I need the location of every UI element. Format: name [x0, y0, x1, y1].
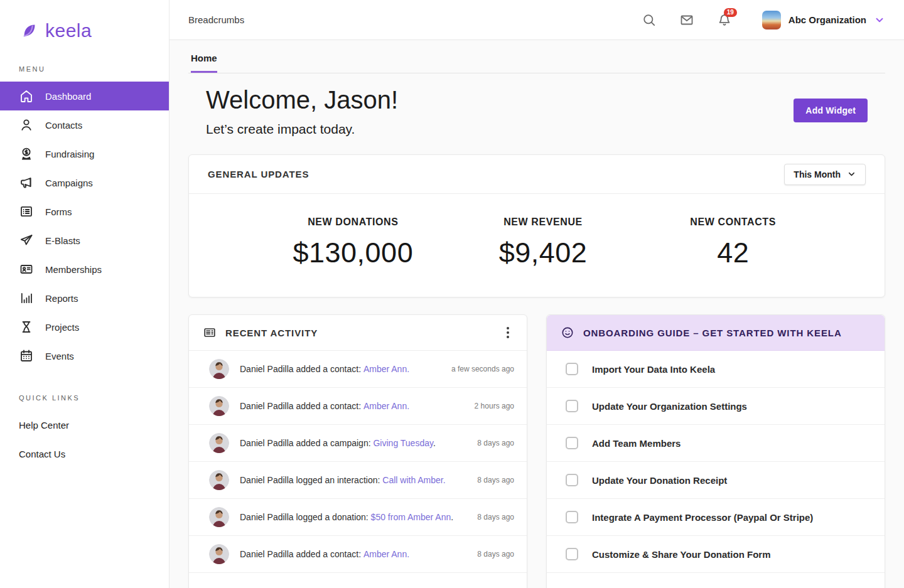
onboarding-task[interactable]: Customize & Share Your Donation Form — [547, 536, 885, 573]
activity-link[interactable]: Giving Tuesday — [373, 438, 433, 448]
user-avatar — [209, 433, 229, 453]
user-avatar — [209, 470, 229, 490]
onboarding-task[interactable]: Update Your Organization Settings — [547, 388, 885, 425]
sidebar-item[interactable]: E-Blasts — [0, 226, 169, 255]
sidebar-item[interactable]: Reports — [0, 284, 169, 313]
calendar-icon — [19, 348, 34, 363]
brand-name: keela — [45, 20, 92, 41]
onboarding-task-list: Import Your Data Into Keela Update Your … — [547, 351, 885, 573]
sidebar-item[interactable]: Projects — [0, 313, 169, 341]
user-avatar — [209, 396, 229, 416]
form-list-icon — [19, 204, 34, 219]
welcome-subtitle: Let’s create impact today. — [206, 122, 398, 137]
onboarding-title: ONBOARDING GUIDE – GET STARTED WITH KEEL… — [583, 328, 842, 338]
activity-timestamp: 8 days ago — [477, 550, 514, 559]
activity-row: Daniel Padilla added a campaign: Giving … — [189, 425, 527, 462]
stat-label: NEW DONATIONS — [258, 216, 448, 228]
task-checkbox[interactable] — [566, 437, 578, 449]
activity-suffix: . — [433, 438, 436, 448]
onboarding-guide-card: ONBOARDING GUIDE – GET STARTED WITH KEEL… — [546, 314, 885, 588]
period-value: This Month — [794, 169, 841, 179]
onboarding-task[interactable]: Import Your Data Into Keela — [547, 351, 885, 388]
stat-value: $130,000 — [258, 237, 448, 269]
quick-link[interactable]: Help Center — [0, 410, 169, 439]
stat: NEW CONTACTS 42 — [638, 216, 828, 269]
chevron-down-icon — [847, 169, 856, 179]
task-checkbox[interactable] — [566, 400, 578, 412]
mail-icon[interactable] — [679, 13, 694, 28]
stat: NEW REVENUE $9,402 — [448, 216, 638, 269]
hourglass-icon — [19, 319, 34, 334]
activity-row: Daniel Padilla added a contact: Amber An… — [189, 388, 527, 425]
stat-label: NEW REVENUE — [448, 216, 638, 228]
megaphone-icon — [19, 175, 34, 190]
general-updates-card: GENERAL UPDATES This Month NEW DONATIONS… — [188, 154, 885, 297]
activity-timestamp: a few seconds ago — [451, 365, 514, 373]
activity-actor-text: Daniel Padilla added a contact: — [240, 401, 361, 411]
notification-badge: 19 — [724, 8, 737, 17]
activity-link[interactable]: Amber Ann. — [363, 401, 409, 411]
activity-timestamp: 8 days ago — [477, 513, 514, 521]
task-checkbox[interactable] — [566, 474, 578, 486]
user-avatar — [209, 359, 229, 379]
activity-actor-text: Daniel Padilla logged an interaction: — [240, 475, 380, 485]
activity-row: Daniel Padilla added a contact: Amber An… — [189, 536, 527, 573]
quick-links-section-label: QUICK LINKS — [0, 394, 169, 402]
donation-icon — [19, 146, 34, 161]
activity-suffix: . — [451, 512, 453, 522]
task-checkbox[interactable] — [566, 511, 578, 523]
organization-avatar — [762, 11, 781, 29]
onboarding-task[interactable]: Integrate A Payment Processor (Paypal Or… — [547, 499, 885, 536]
smiley-icon — [561, 326, 574, 339]
id-card-icon — [19, 262, 34, 277]
activity-link[interactable]: $50 from Amber Ann — [371, 512, 451, 522]
sidebar-item[interactable]: Contacts — [0, 110, 169, 139]
sidebar-item[interactable]: Campaigns — [0, 168, 169, 197]
activity-actor-text: Daniel Padilla logged a donation: — [240, 512, 369, 522]
quick-links: Help Center Contact Us — [0, 410, 169, 468]
menu-section-label: MENU — [0, 65, 169, 73]
user-avatar — [209, 507, 229, 527]
activity-row: Daniel Padilla logged a donation: $50 fr… — [189, 499, 527, 536]
recent-activity-title: RECENT ACTIVITY — [225, 328, 318, 338]
stat-label: NEW CONTACTS — [638, 216, 828, 228]
search-icon[interactable] — [642, 13, 657, 28]
sidebar-item[interactable]: Events — [0, 341, 169, 370]
topbar: Breadcrumbs 19 Abc Organization — [170, 0, 904, 40]
activity-timestamp: 8 days ago — [477, 439, 514, 447]
activity-link[interactable]: Amber Ann. — [363, 364, 409, 374]
notifications-bell-icon[interactable]: 19 — [717, 13, 732, 28]
chevron-down-icon — [874, 14, 885, 26]
home-icon — [19, 88, 34, 104]
user-avatar — [209, 544, 229, 564]
stats-row: NEW DONATIONS $130,000 NEW REVENUE $9,40… — [189, 194, 885, 297]
general-updates-title: GENERAL UPDATES — [208, 169, 309, 179]
sidebar: keela MENU Dashboard Contacts Fundraisin… — [0, 0, 170, 588]
activity-timestamp: 2 hours ago — [475, 402, 514, 410]
period-dropdown[interactable]: This Month — [784, 164, 866, 185]
paper-plane-icon — [19, 233, 34, 248]
quick-link[interactable]: Contact Us — [0, 439, 169, 468]
brand-logo[interactable]: keela — [0, 0, 169, 41]
task-checkbox[interactable] — [566, 363, 578, 375]
breadcrumb: Breadcrumbs — [188, 14, 244, 25]
kebab-menu-icon[interactable] — [503, 324, 513, 341]
activity-link[interactable]: Amber Ann. — [363, 549, 409, 559]
bar-chart-icon — [19, 291, 34, 306]
onboarding-task[interactable]: Add Team Members — [547, 425, 885, 462]
activity-actor-text: Daniel Padilla added a contact: — [240, 364, 361, 374]
stat-value: 42 — [638, 237, 828, 269]
onboarding-task[interactable]: Update Your Donation Receipt — [547, 462, 885, 499]
sidebar-item[interactable]: Forms — [0, 197, 169, 226]
activity-actor-text: Daniel Padilla added a contact: — [240, 549, 361, 559]
sidebar-item[interactable]: Memberships — [0, 255, 169, 284]
organization-switcher[interactable]: Abc Organization — [762, 11, 885, 29]
activity-link[interactable]: Call with Amber. — [382, 475, 445, 485]
task-checkbox[interactable] — [566, 548, 578, 560]
tab-home[interactable]: Home — [191, 53, 217, 73]
sidebar-item[interactable]: Fundraising — [0, 139, 169, 168]
sidebar-item[interactable]: Dashboard — [0, 82, 169, 110]
add-widget-button[interactable]: Add Widget — [794, 99, 868, 122]
activity-actor-text: Daniel Padilla added a campaign: — [240, 438, 371, 448]
keela-leaf-icon — [19, 20, 40, 41]
